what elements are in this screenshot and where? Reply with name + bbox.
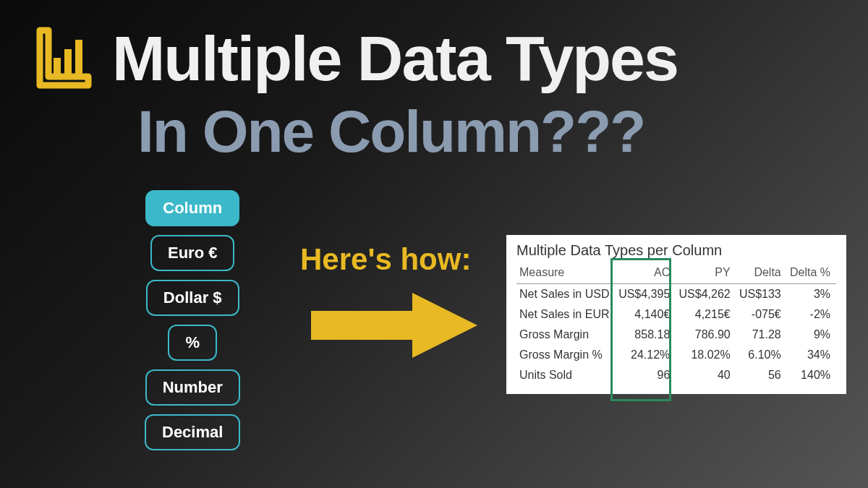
table-row: Net Sales in EUR 4,140€ 4,215€ -075€ -2% xyxy=(516,304,836,325)
cell-delta: US$133 xyxy=(736,284,787,305)
chip-number: Number xyxy=(145,369,240,406)
col-header-ac: AC xyxy=(616,263,676,284)
chip-decimal: Decimal xyxy=(145,414,240,450)
cell-ac: 24.12% xyxy=(616,345,676,365)
datatype-chip-list: Column Euro € Dollar $ % Number Decimal xyxy=(145,190,240,450)
cell-measure: Net Sales in EUR xyxy=(516,304,616,325)
cell-py: 18.02% xyxy=(676,345,736,365)
cell-measure: Gross Margin xyxy=(516,325,616,345)
cell-ac: 858.18 xyxy=(616,325,676,345)
cell-py: 4,215€ xyxy=(676,304,736,325)
cell-measure: Units Sold xyxy=(516,365,616,385)
cell-ac: 4,140€ xyxy=(616,304,676,325)
heres-how-label: Here's how: xyxy=(300,242,471,277)
data-table: Measure AC PY Delta Delta % Net Sales in… xyxy=(516,263,836,385)
data-table-card: Multiple Data Types per Column Measure A… xyxy=(506,235,846,394)
cell-delta-pct: 34% xyxy=(787,345,836,365)
chip-euro: Euro € xyxy=(150,235,234,271)
table-row: Gross Margin 858.18 786.90 71.28 9% xyxy=(516,325,836,345)
powerbi-logo-icon xyxy=(22,22,94,94)
svg-rect-1 xyxy=(64,49,72,78)
cell-delta: 6.10% xyxy=(736,345,787,365)
title-main: Multiple Data Types xyxy=(112,22,678,95)
arrow-right-icon xyxy=(304,286,485,365)
cell-delta-pct: 3% xyxy=(787,284,836,305)
col-header-measure: Measure xyxy=(516,263,616,284)
cell-delta: 56 xyxy=(736,365,787,385)
cell-delta: -075€ xyxy=(736,304,787,325)
col-header-delta-pct: Delta % xyxy=(787,263,836,284)
table-row: Net Sales in USD US$4,395 US$4,262 US$13… xyxy=(516,284,836,305)
cell-measure: Gross Margin % xyxy=(516,345,616,365)
svg-marker-3 xyxy=(311,293,477,358)
cell-delta-pct: -2% xyxy=(787,304,836,325)
col-header-delta: Delta xyxy=(736,263,787,284)
table-row: Units Sold 96 40 56 140% xyxy=(516,365,836,385)
chip-dollar: Dollar $ xyxy=(146,280,239,316)
cell-delta-pct: 140% xyxy=(787,365,836,385)
chip-percent: % xyxy=(168,325,217,361)
cell-py: 40 xyxy=(676,365,736,385)
chip-column: Column xyxy=(145,190,239,226)
cell-delta: 71.28 xyxy=(736,325,787,345)
table-row: Gross Margin % 24.12% 18.02% 6.10% 34% xyxy=(516,345,836,365)
cell-py: US$4,262 xyxy=(676,284,736,305)
title-sub: In One Column??? xyxy=(137,98,644,166)
cell-measure: Net Sales in USD xyxy=(516,284,616,305)
col-header-py: PY xyxy=(676,263,736,284)
cell-py: 786.90 xyxy=(676,325,736,345)
table-title: Multiple Data Types per Column xyxy=(516,242,836,259)
cell-ac: US$4,395 xyxy=(616,284,676,305)
svg-rect-2 xyxy=(75,40,82,78)
svg-rect-0 xyxy=(54,58,61,78)
cell-ac: 96 xyxy=(616,365,676,385)
cell-delta-pct: 9% xyxy=(787,325,836,345)
